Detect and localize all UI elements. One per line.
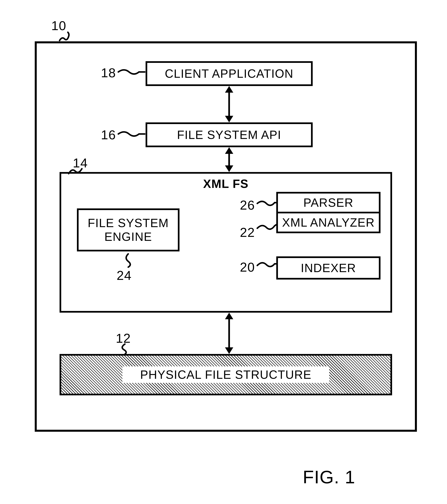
client-application-box: CLIENT APPLICATION — [145, 61, 313, 86]
file-system-engine-label: FILE SYSTEM ENGINE — [88, 216, 169, 244]
indexer-label: INDEXER — [301, 261, 356, 275]
ref-20-squiggle — [256, 260, 278, 270]
ref-22: 22 — [240, 225, 255, 240]
svg-marker-8 — [225, 347, 233, 354]
xml-analyzer-box: XML ANALYZER — [276, 212, 380, 233]
ref-24-squiggle — [123, 253, 133, 268]
ref-20: 20 — [240, 260, 255, 275]
indexer-box: INDEXER — [276, 256, 380, 280]
ref-26-squiggle — [256, 198, 278, 208]
ref-18-squiggle — [117, 67, 145, 77]
ref-24: 24 — [117, 268, 132, 283]
physical-file-structure-inner: PHYSICAL FILE STRUCTURE — [123, 366, 329, 383]
physical-file-structure-box: PHYSICAL FILE STRUCTURE — [60, 354, 392, 395]
parser-label: PARSER — [304, 196, 354, 210]
arrow-client-api — [221, 86, 237, 122]
client-application-label: CLIENT APPLICATION — [165, 67, 293, 81]
physical-file-structure-label: PHYSICAL FILE STRUCTURE — [140, 368, 311, 382]
parser-box: PARSER — [276, 192, 380, 213]
figure-label: FIG. 1 — [303, 467, 355, 487]
ref-16-squiggle — [117, 129, 145, 139]
svg-marker-2 — [225, 116, 233, 122]
ref-18: 18 — [101, 65, 116, 80]
ref-10: 10 — [51, 18, 66, 33]
ref-14-squiggle — [68, 166, 83, 175]
ref-22-squiggle — [256, 222, 278, 232]
xml-analyzer-label: XML ANALYZER — [282, 216, 375, 229]
ref-12-squiggle — [119, 343, 131, 356]
arrow-api-xmlfs — [221, 147, 237, 172]
svg-marker-5 — [225, 165, 233, 172]
ref-10-squiggle — [58, 31, 71, 43]
svg-marker-1 — [225, 86, 233, 93]
arrow-xmlfs-physical — [221, 313, 237, 354]
svg-marker-4 — [225, 147, 233, 154]
file-system-api-box: FILE SYSTEM API — [145, 122, 313, 147]
file-system-engine-box: FILE SYSTEM ENGINE — [77, 208, 179, 252]
xml-fs-title: XML FS — [203, 177, 249, 191]
diagram-canvas: 10 CLIENT APPLICATION 18 FILE SYSTEM API… — [0, 0, 447, 504]
file-system-api-label: FILE SYSTEM API — [177, 128, 281, 142]
ref-16: 16 — [101, 127, 116, 143]
ref-26: 26 — [240, 198, 255, 213]
svg-marker-7 — [225, 313, 233, 319]
